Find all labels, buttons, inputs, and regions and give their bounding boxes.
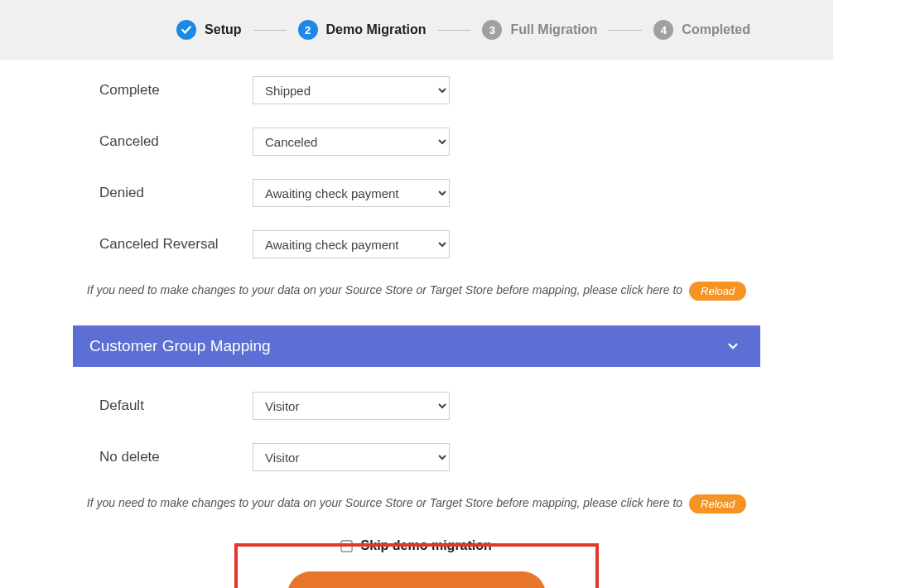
reload-button[interactable]: Reload <box>689 282 746 301</box>
hint-row: If you need to make changes to your data… <box>0 282 833 301</box>
customer-group-select-default[interactable]: Visitor <box>253 392 450 420</box>
step-label: Full Migration <box>510 22 597 37</box>
mapping-select-canceled-reversal[interactable]: Awaiting check payment <box>253 230 450 258</box>
section-title: Customer Group Mapping <box>89 337 271 355</box>
step-number: 3 <box>482 20 502 40</box>
mapping-row: Complete Shipped <box>0 76 833 104</box>
mapping-label: Complete <box>0 82 253 99</box>
step-connector <box>253 30 287 31</box>
step-number: 2 <box>298 20 318 40</box>
check-icon <box>176 20 196 40</box>
mapping-row: No delete Visitor <box>0 443 833 471</box>
hint-text: If you need to make changes to your data… <box>87 496 682 509</box>
mapping-row: Canceled Reversal Awaiting check payment <box>0 230 833 258</box>
hint-text: If you need to make changes to your data… <box>87 283 682 296</box>
mapping-row: Canceled Canceled <box>0 128 833 156</box>
step-number: 4 <box>653 20 673 40</box>
mapping-label: Canceled <box>0 133 253 150</box>
mapping-select-denied[interactable]: Awaiting check payment <box>253 179 450 207</box>
step-label: Completed <box>682 22 750 37</box>
mapping-label: Default <box>0 398 253 414</box>
step-connector <box>609 30 642 31</box>
highlight-box: Next: Start Free Demo Migration <box>234 543 599 588</box>
step-label: Demo Migration <box>326 22 427 37</box>
mapping-select-complete[interactable]: Shipped <box>253 76 450 104</box>
stepper-bar: Setup 2 Demo Migration 3 Full Migration … <box>0 0 833 60</box>
mapping-select-canceled[interactable]: Canceled <box>253 128 450 156</box>
hint-row: If you need to make changes to your data… <box>0 494 833 513</box>
step-setup: Setup <box>176 20 241 40</box>
customer-group-select-no-delete[interactable]: Visitor <box>253 443 450 471</box>
step-full-migration: 3 Full Migration <box>482 20 597 40</box>
reload-button[interactable]: Reload <box>689 494 746 513</box>
step-label: Setup <box>205 22 241 37</box>
chevron-down-icon <box>725 339 740 354</box>
customer-group-header[interactable]: Customer Group Mapping <box>73 325 760 367</box>
mapping-row: Denied Awaiting check payment <box>0 179 833 207</box>
next-start-demo-button[interactable]: Next: Start Free Demo Migration <box>287 571 547 588</box>
step-completed: 4 Completed <box>653 20 750 40</box>
mapping-label: No delete <box>0 449 253 465</box>
main-content: Complete Shipped Canceled Canceled Denie… <box>0 60 833 588</box>
mapping-row: Default Visitor <box>0 392 833 420</box>
step-connector <box>437 30 470 31</box>
mapping-label: Denied <box>0 185 253 201</box>
mapping-label: Canceled Reversal <box>0 236 253 253</box>
step-demo-migration: 2 Demo Migration <box>298 20 427 40</box>
